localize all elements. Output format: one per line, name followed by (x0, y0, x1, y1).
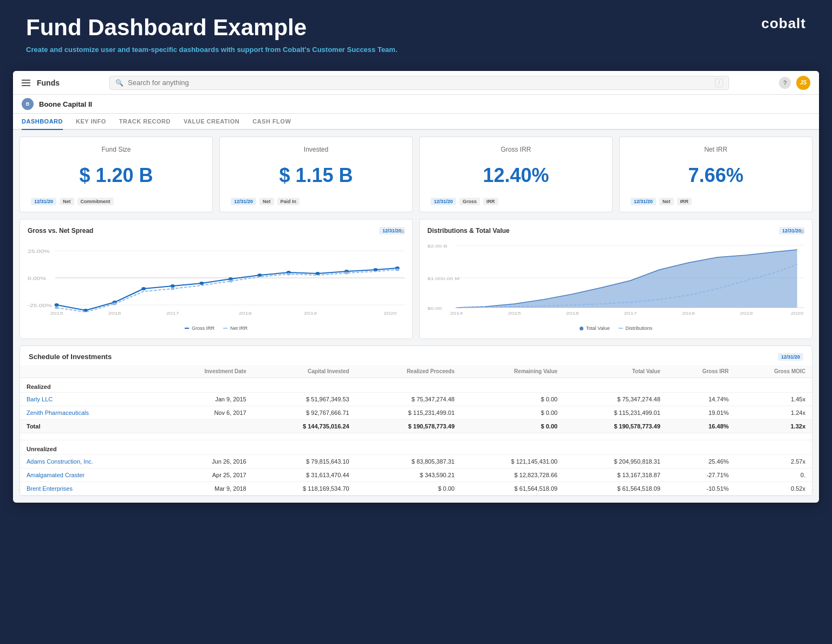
help-button[interactable]: ? (779, 77, 791, 89)
svg-text:2019: 2019 (740, 311, 753, 316)
legend-item-distributions: Distributions (619, 326, 653, 331)
table-row-amalgamated: Amalgamated Craster Apr 25, 2017 $ 31,61… (20, 469, 812, 482)
svg-text:2020: 2020 (791, 311, 804, 316)
gross-irr-amalgamated: -27.71% (667, 469, 735, 482)
svg-text:2018: 2018 (682, 311, 695, 316)
realized-proceeds-adams: $ 83,805,387.31 (356, 455, 461, 469)
investment-link-zenith[interactable]: Zenith Pharmaceuticals (27, 409, 89, 416)
col-header-gross-irr: Gross IRR (667, 365, 735, 378)
svg-text:2019: 2019 (304, 311, 317, 316)
schedule-date-badge: 12/31/20 (778, 353, 803, 361)
legend-dot-net-irr (223, 328, 227, 329)
fund-name: Boone Capital II (39, 100, 92, 108)
realized-proceeds-barly: $ 75,347,274.48 (356, 393, 461, 406)
capital-invested-amalgamated: $ 31,613,470.44 (253, 469, 356, 482)
svg-point-11 (199, 282, 204, 285)
realized-proceeds-brent: $ 0.00 (356, 482, 461, 496)
fund-header-row: B Boone Capital II (13, 95, 819, 114)
investment-name-amalgamated: Amalgamated Craster (20, 469, 158, 482)
gross-vs-net-svg: 25.00% 0.00% -25.00% (28, 240, 405, 316)
tab-key-info[interactable]: KEY INFO (76, 114, 106, 130)
search-input[interactable] (128, 79, 711, 87)
tab-dashboard[interactable]: DASHBOARD (22, 114, 63, 130)
svg-point-22 (229, 280, 232, 283)
investment-date-brent: Mar 9, 2018 (158, 482, 252, 496)
spacer-row (20, 433, 812, 440)
remaining-value-adams: $ 121,145,431.00 (461, 455, 564, 469)
legend-item-gross-irr: Gross IRR (185, 326, 214, 331)
svg-text:$2.00 B: $2.00 B (427, 244, 447, 249)
metric-title-invested: Invested (231, 146, 401, 153)
nav-funds-label: Funds (37, 79, 60, 87)
remaining-value-brent: $ 61,564,518.09 (461, 482, 564, 496)
table-row-realized-total: Total $ 144,735,016.24 $ 190,578,773.49 … (20, 420, 812, 433)
metric-card-invested: Invested $ 1.15 B 12/31/20 Net Paid In (219, 136, 413, 212)
metric-tag-commitment: Commitment (77, 198, 114, 205)
metric-date-badge-fund-size: 12/31/20 (31, 198, 56, 205)
metric-card-gross-irr: Gross IRR 12.40% 12/31/20 Gross IRR (419, 136, 613, 212)
tab-value-creation[interactable]: VALUE CREATION (184, 114, 239, 130)
metric-title-gross-irr: Gross IRR (431, 146, 601, 153)
metric-card-net-irr: Net IRR 7.66% 12/31/20 Net IRR (619, 136, 812, 212)
investment-link-adams[interactable]: Adams Construction, Inc. (27, 458, 93, 465)
realized-total-remaining: $ 0.00 (461, 420, 564, 433)
hamburger-menu-button[interactable] (22, 80, 30, 86)
svg-marker-38 (457, 250, 797, 308)
search-shortcut: / (715, 79, 723, 87)
chart-title-distributions: Distributions & Total Value (427, 227, 510, 235)
investment-link-brent[interactable]: Brent Enterprises (27, 485, 73, 492)
gross-moic-brent: 0.52x (735, 482, 812, 496)
realized-proceeds-amalgamated: $ 343,590.21 (356, 469, 461, 482)
chart-menu-icon-gross-vs-net[interactable]: ≡ (400, 227, 405, 236)
metric-date-badge-invested: 12/31/20 (231, 198, 256, 205)
capital-invested-zenith: $ 92,767,666.71 (253, 406, 356, 420)
section-label-realized-text: Realized (20, 378, 812, 393)
top-nav: Funds 🔍 / ? JS (13, 71, 819, 95)
svg-point-23 (287, 273, 291, 276)
svg-text:2018: 2018 (239, 311, 252, 316)
investment-date-amalgamated: Apr 25, 2017 (158, 469, 252, 482)
metric-footer-gross-irr: 12/31/20 Gross IRR (431, 198, 601, 205)
svg-point-21 (171, 288, 174, 290)
svg-text:$1,000.00 M: $1,000.00 M (427, 276, 460, 281)
col-header-investment-date: Investment Date (158, 365, 252, 378)
investment-link-amalgamated[interactable]: Amalgamated Craster (27, 472, 84, 478)
search-bar[interactable]: 🔍 / (109, 76, 729, 90)
avatar[interactable]: JS (796, 76, 810, 90)
investments-table: Investment Date Capital Invested Realize… (20, 365, 812, 496)
total-value-amalgamated: $ 13,167,318.87 (564, 469, 667, 482)
chart-menu-icon-distributions[interactable]: ≡ (800, 227, 804, 236)
distributions-chart-card: Distributions & Total Value 12/31/20 ≡ $… (419, 219, 812, 339)
outer-header: Fund Dashboard Example Create and custom… (0, 0, 832, 71)
chart-area-gross-vs-net: 25.00% 0.00% -25.00% (28, 240, 405, 321)
section-label-unrealized-text: Unrealized (20, 440, 812, 455)
capital-invested-adams: $ 79,815,643.10 (253, 455, 356, 469)
remaining-value-zenith: $ 0.00 (461, 406, 564, 420)
svg-text:2014: 2014 (450, 311, 463, 316)
tab-track-record[interactable]: TRACK RECORD (119, 114, 171, 130)
brand-logo: cobalt (761, 15, 806, 32)
metric-value-gross-irr: 12.40% (431, 164, 601, 187)
col-header-total-value: Total Value (564, 365, 667, 378)
investment-date-barly: Jan 9, 2015 (158, 393, 252, 406)
legend-label-gross-irr: Gross IRR (192, 326, 214, 331)
distributions-svg: $2.00 B $1,000.00 M $0.00 2014 2015 2016… (427, 240, 804, 316)
legend-dot-total-value (580, 327, 583, 330)
realized-total-proceeds: $ 190,578,773.49 (356, 420, 461, 433)
total-value-brent: $ 61,564,518.09 (564, 482, 667, 496)
chart-area-distributions: $2.00 B $1,000.00 M $0.00 2014 2015 2016… (427, 240, 804, 321)
section-label-realized: Realized (20, 378, 812, 393)
investment-name-barly: Barly LLC (20, 393, 158, 406)
tab-cash-flow[interactable]: CASH FLOW (252, 114, 291, 130)
svg-point-24 (345, 272, 349, 275)
schedule-section: Schedule of Investments 12/31/20 Investm… (20, 346, 812, 496)
metric-date-badge-gross-irr: 12/31/20 (431, 198, 456, 205)
schedule-header: Schedule of Investments 12/31/20 (20, 346, 812, 365)
investment-link-barly[interactable]: Barly LLC (27, 396, 53, 402)
table-row-barly-llc: Barly LLC Jan 9, 2015 $ 51,967,349.53 $ … (20, 393, 812, 406)
gross-irr-barly: 14.74% (667, 393, 735, 406)
svg-text:$0.00: $0.00 (427, 306, 442, 311)
table-row-zenith: Zenith Pharmaceuticals Nov 6, 2017 $ 92,… (20, 406, 812, 420)
legend-dot-gross-irr (185, 328, 189, 329)
gross-irr-brent: -10.51% (667, 482, 735, 496)
